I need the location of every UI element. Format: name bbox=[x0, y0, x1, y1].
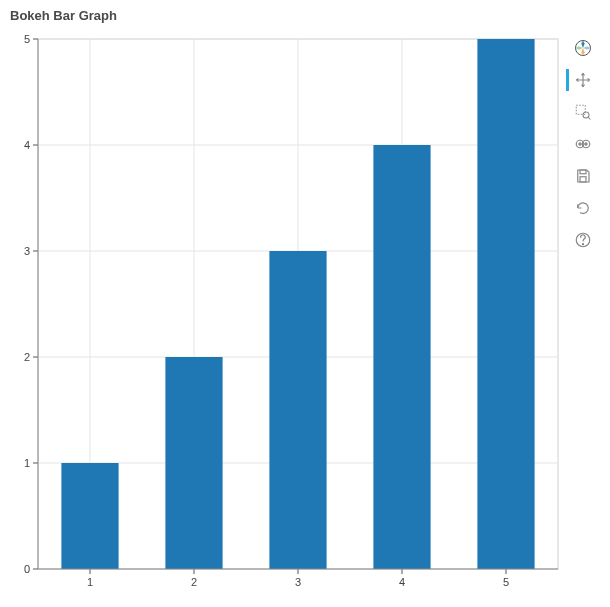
bar[interactable] bbox=[61, 463, 118, 569]
svg-point-30 bbox=[579, 143, 581, 145]
bokeh-logo-icon[interactable] bbox=[570, 35, 596, 61]
page-title: Bokeh Bar Graph bbox=[10, 8, 602, 23]
bar[interactable] bbox=[165, 357, 222, 569]
help-icon[interactable] bbox=[570, 227, 596, 253]
box-zoom-icon[interactable] bbox=[570, 99, 596, 125]
x-tick-label: 2 bbox=[191, 576, 197, 588]
svg-point-27 bbox=[583, 112, 589, 118]
x-tick-label: 5 bbox=[503, 576, 509, 588]
x-tick-label: 1 bbox=[87, 576, 93, 588]
wheel-zoom-icon[interactable] bbox=[570, 131, 596, 157]
x-tick-label: 4 bbox=[399, 576, 405, 588]
svg-point-31 bbox=[585, 143, 587, 145]
y-tick-label: 5 bbox=[24, 33, 30, 45]
x-tick-label: 3 bbox=[295, 576, 301, 588]
bar[interactable] bbox=[373, 145, 430, 569]
bar[interactable] bbox=[477, 39, 534, 569]
chart-toolbar bbox=[568, 29, 598, 253]
y-tick-label: 2 bbox=[24, 351, 30, 363]
svg-rect-32 bbox=[580, 170, 586, 174]
chart-plot[interactable]: 01234512345 bbox=[8, 29, 568, 599]
bar[interactable] bbox=[269, 251, 326, 569]
y-tick-label: 1 bbox=[24, 457, 30, 469]
y-tick-label: 0 bbox=[24, 563, 30, 575]
y-tick-label: 4 bbox=[24, 139, 30, 151]
save-icon[interactable] bbox=[570, 163, 596, 189]
svg-point-35 bbox=[582, 244, 583, 245]
y-tick-label: 3 bbox=[24, 245, 30, 257]
reset-icon[interactable] bbox=[570, 195, 596, 221]
pan-icon[interactable] bbox=[570, 67, 596, 93]
svg-rect-33 bbox=[580, 177, 586, 182]
